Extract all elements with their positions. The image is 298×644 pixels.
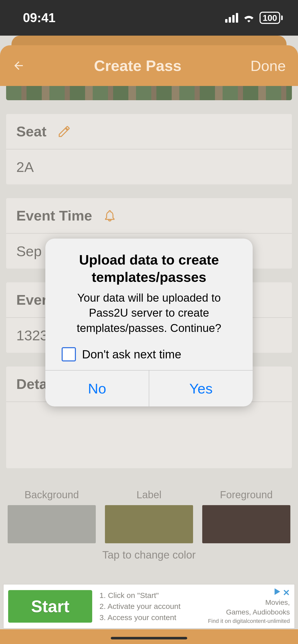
dialog-message: Your data will be uploaded to Pass2U ser… [57, 290, 241, 335]
dialog-actions: No Yes [45, 370, 253, 406]
dont-ask-label: Don't ask next time [82, 347, 181, 361]
dialog-title: Upload data to create templates/passes [57, 251, 241, 286]
dialog-yes-button[interactable]: Yes [149, 371, 253, 406]
upload-confirm-dialog: Upload data to create templates/passes Y… [45, 239, 253, 406]
dont-ask-row: Don't ask next time [57, 347, 241, 361]
dont-ask-checkbox[interactable] [62, 347, 76, 361]
dialog-no-button[interactable]: No [45, 371, 149, 406]
